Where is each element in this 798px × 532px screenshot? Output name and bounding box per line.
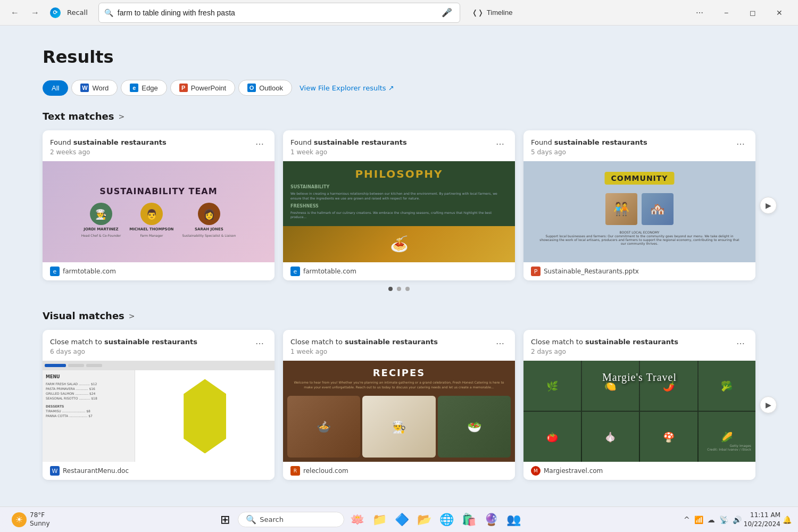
back-button[interactable]: ←: [6, 4, 23, 21]
tray-volume-icon[interactable]: 🔊: [733, 516, 742, 524]
vcard-1-menu-button[interactable]: ⋯: [252, 337, 267, 350]
vcard-3-image: 🌿 🍋 🌶️ 🥦 🍅 🧄 🍄 🌽 Margie's Travel Gett: [523, 361, 755, 462]
margie-tile-8: 🌽: [699, 412, 756, 462]
filter-all[interactable]: All: [43, 80, 68, 96]
recipes-subtitle: Welcome to hear from you! Whether you're…: [289, 380, 509, 389]
filter-word[interactable]: W Word: [71, 80, 118, 96]
card-1-menu-button[interactable]: ⋯: [252, 138, 267, 150]
vcard-2-info: Close match to sustainable restaurants 1…: [290, 337, 438, 355]
card-3-title: Found sustainable restaurants: [531, 138, 647, 147]
timeline-button[interactable]: ❬❭ Timeline: [467, 6, 518, 19]
search-input[interactable]: [118, 9, 435, 17]
card-1-source-icon: e: [50, 267, 60, 276]
start-menu-button[interactable]: ⊞: [215, 510, 235, 529]
visual-matches-next-arrow[interactable]: ▶: [760, 396, 777, 413]
view-file-explorer-link[interactable]: View File Explorer results ↗: [300, 84, 394, 92]
text-match-card-1[interactable]: Found sustainable restaurants 2 weeks ag…: [43, 130, 275, 280]
taskbar-file-manager-icon[interactable]: 📂: [414, 510, 434, 529]
team-name-2: MICHAEL THOMPSON: [129, 227, 173, 231]
margie-tile-3: 🌶️: [640, 361, 697, 411]
philosophy-section1: SUSTAINABILITY: [290, 185, 508, 189]
visual-match-card-3[interactable]: Close match to sustainable restaurants 2…: [523, 330, 755, 480]
datetime-display[interactable]: 11:11 AM 10/22/2024: [744, 511, 780, 529]
filter-outlook[interactable]: O Outlook: [238, 80, 292, 96]
visual-matches-section: Visual matches > Close match to sustaina…: [43, 310, 755, 480]
visual-match-card-1[interactable]: Close match to sustainable restaurants 6…: [43, 330, 275, 480]
taskbar-teams-icon[interactable]: 👥: [504, 510, 523, 529]
text-matches-next-arrow[interactable]: ▶: [760, 197, 777, 214]
card-1-header: Found sustainable restaurants 2 weeks ag…: [43, 130, 275, 161]
avatar-michael: 👨: [140, 203, 163, 225]
taskbar-ms-store-icon[interactable]: 🛍️: [459, 510, 478, 529]
vcard-2-source-label: relecloud.com: [303, 467, 348, 475]
avatar-jordi: 👨‍🍳: [90, 203, 112, 225]
microphone-button[interactable]: 🎤: [439, 5, 454, 20]
vcard-3-source-label: Margiestravel.com: [544, 467, 603, 475]
search-icon: 🔍: [104, 9, 113, 17]
recipes-header: RECIPES Welcome to hear from you! Whethe…: [283, 361, 515, 396]
taskbar-files-icon[interactable]: 📁: [370, 510, 389, 529]
tray-wifi-icon[interactable]: 📡: [719, 516, 728, 524]
team-role-1: Head Chef & Co-Founder: [81, 234, 121, 237]
taskbar-search-icon: 🔍: [246, 514, 256, 525]
vcard-2-menu-button[interactable]: ⋯: [493, 337, 508, 350]
window-controls: ⋯ − ◻ ✕: [687, 4, 792, 21]
taskbar-edge-icon[interactable]: 🌐: [437, 510, 456, 529]
main-content: Results All W Word e Edge P PowerPoint O…: [0, 26, 798, 506]
avatar-sarah: 👩: [198, 203, 220, 225]
notification-icon[interactable]: 🔔: [783, 516, 792, 524]
margie-tile-4: 🥦: [699, 361, 756, 411]
taskbar-search-label: Search: [260, 516, 284, 523]
recipes-title: RECIPES: [289, 367, 509, 378]
weather-info: 78°F Sunny: [30, 511, 50, 528]
current-date: 10/22/2024: [744, 520, 780, 529]
word-app-icon: W: [80, 84, 89, 92]
more-options-button[interactable]: ⋯: [687, 4, 712, 21]
dot-3: [405, 287, 410, 291]
weather-widget[interactable]: ☀ 78°F Sunny: [6, 511, 55, 528]
text-matches-arrow-icon: >: [119, 112, 125, 121]
taskbar-copilot-icon[interactable]: 🔷: [392, 510, 411, 529]
weather-temp: 78°F: [30, 511, 50, 520]
card-3-info: Found sustainable restaurants 5 days ago: [531, 138, 647, 156]
text-matches-grid: Found sustainable restaurants 2 weeks ag…: [43, 130, 755, 280]
dot-1: [388, 287, 393, 291]
philosophy-title: PHILOSOPHY: [290, 168, 508, 180]
team-role-3: Sustainability Specialist & Liaison: [182, 234, 236, 237]
card-2-menu-button[interactable]: ⋯: [493, 138, 508, 150]
edge-app-icon: e: [130, 84, 138, 92]
timeline-icon: ❬❭: [472, 9, 484, 16]
minimize-button[interactable]: −: [714, 4, 738, 21]
community-image-1: 🧑‍🤝‍🧑: [605, 193, 637, 225]
vcard-1-header: Close match to sustainable restaurants 6…: [43, 330, 275, 361]
view-file-explorer-label: View File Explorer results: [300, 84, 386, 92]
filter-powerpoint[interactable]: P PowerPoint: [170, 80, 235, 96]
search-bar[interactable]: 🔍 🎤: [98, 3, 460, 23]
current-time: 11:11 AM: [744, 511, 780, 520]
vcard-3-title: Close match to sustainable restaurants: [531, 337, 678, 347]
tray-arrow-icon[interactable]: ^: [684, 516, 690, 524]
taskbar-search-box[interactable]: 🔍 Search: [238, 512, 344, 527]
forward-button[interactable]: →: [27, 4, 44, 21]
recipes-images: 🍲 👨‍🍳 🥗: [283, 396, 515, 462]
card-3-menu-button[interactable]: ⋯: [733, 138, 748, 150]
close-button[interactable]: ✕: [767, 4, 792, 21]
card-3-source-icon: P: [531, 267, 541, 276]
tray-network-icon[interactable]: 📶: [694, 516, 703, 524]
taskbar-recall-icon[interactable]: 🔮: [481, 510, 501, 529]
text-match-card-2[interactable]: Found sustainable restaurants 1 week ago…: [283, 130, 515, 280]
community-images: 🧑‍🤝‍🧑 🏘️: [605, 193, 674, 225]
tray-cloud-icon[interactable]: ☁: [708, 516, 715, 524]
card-1-image: SUSTAINABILITY TEAM 👨‍🍳 JORDI MARTINEZ H…: [43, 161, 275, 262]
taskbar-center: ⊞ 🔍 Search 🪷 📁 🔷 📂 🌐 🛍️ 🔮 👥: [55, 510, 684, 529]
maximize-button[interactable]: ◻: [741, 4, 765, 21]
visual-match-card-2[interactable]: Close match to sustainable restaurants 1…: [283, 330, 515, 480]
vcard-3-menu-button[interactable]: ⋯: [733, 337, 748, 350]
taskbar-lotus-icon[interactable]: 🪷: [347, 510, 367, 529]
text-matches-header[interactable]: Text matches >: [43, 111, 755, 122]
visual-matches-header[interactable]: Visual matches >: [43, 310, 755, 321]
filter-edge[interactable]: e Edge: [121, 80, 167, 96]
community-banner: COMMUNITY: [604, 172, 674, 185]
vcard-1-footer: W RestaurantMenu.doc: [43, 462, 275, 480]
text-match-card-3[interactable]: Found sustainable restaurants 5 days ago…: [523, 130, 755, 280]
